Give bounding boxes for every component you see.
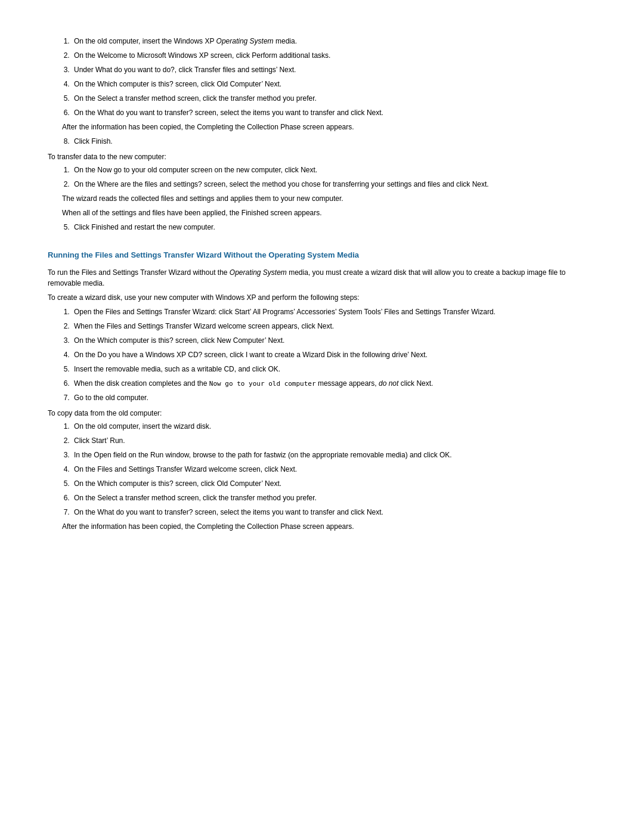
list-item: On the old computer, insert the wizard d… [72, 421, 596, 432]
indent-item: When all of the settings and files have … [60, 208, 596, 218]
copy-steps-list: On the old computer, insert the wizard d… [72, 421, 596, 532]
transfer-label: To transfer data to the new computer: [48, 151, 596, 162]
list-item: Insert the removable media, such as a wr… [72, 364, 596, 374]
list-item: On the Do you have a Windows XP CD? scre… [72, 349, 596, 360]
list-item: When the disk creation completes and the… [72, 378, 596, 389]
indent-item: After the information has been copied, t… [60, 122, 596, 132]
wizard-steps-list: Open the Files and Settings Transfer Wiz… [72, 306, 596, 404]
list-item: Under What do you want to do?, click Tra… [72, 64, 596, 75]
section-intro1: To run the Files and Settings Transfer W… [48, 267, 596, 289]
list-item: On the Files and Settings Transfer Wizar… [72, 464, 596, 475]
indent-item: After the information has been copied, t… [60, 521, 596, 532]
list-item: On the Now go to your old computer scree… [72, 165, 596, 175]
section-heading: Running the Files and Settings Transfer … [48, 249, 596, 261]
copy-label: To copy data from the old computer: [48, 408, 596, 419]
list-item: On the Which computer is this? screen, c… [72, 335, 596, 346]
list-item: When the Files and Settings Transfer Wiz… [72, 321, 596, 332]
list-item: On the Select a transfer method screen, … [72, 493, 596, 503]
list-item: On the Which computer is this? screen, c… [72, 79, 596, 89]
top-steps-list: On the old computer, insert the Windows … [72, 36, 596, 147]
list-item: On the Where are the files and settings?… [72, 179, 596, 190]
list-item: On the old computer, insert the Windows … [72, 36, 596, 47]
list-item: On the Which computer is this? screen, c… [72, 478, 596, 489]
section-intro2: To create a wizard disk, use your new co… [48, 292, 596, 303]
list-item: Click Finished and restart the new compu… [72, 222, 596, 233]
transfer-steps-list: On the Now go to your old computer scree… [72, 165, 596, 233]
indent-item: The wizard reads the collected files and… [60, 193, 596, 204]
page-content: On the old computer, insert the Windows … [48, 36, 596, 532]
list-item: On the Select a transfer method screen, … [72, 93, 596, 104]
list-item: In the Open field on the Run window, bro… [72, 450, 596, 460]
list-item: Click Start’ Run. [72, 435, 596, 446]
list-item: Open the Files and Settings Transfer Wiz… [72, 306, 596, 317]
list-item: On the What do you want to transfer? scr… [72, 107, 596, 118]
list-item: On the What do you want to transfer? scr… [72, 507, 596, 518]
list-item: Go to the old computer. [72, 392, 596, 403]
list-item: Click Finish. [72, 136, 596, 147]
list-item: On the Welcome to Microsoft Windows XP s… [72, 50, 596, 61]
